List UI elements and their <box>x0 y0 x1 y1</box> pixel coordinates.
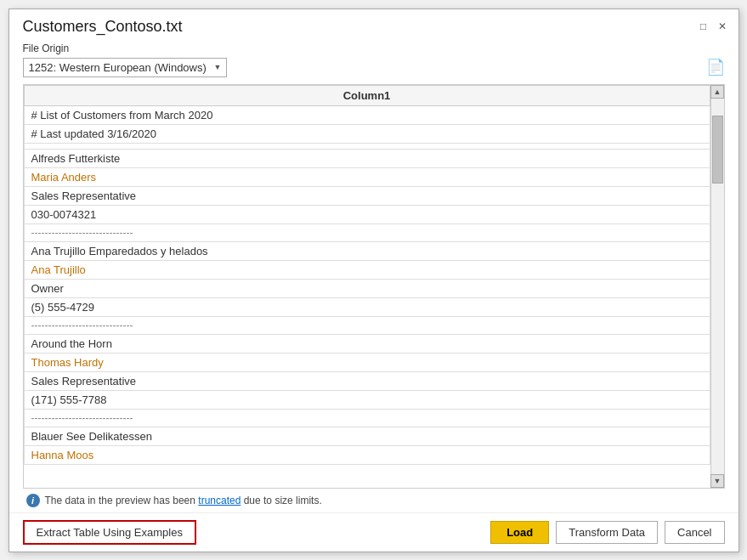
table-row: Ana Trujillo Emparedados y helados <box>24 241 710 260</box>
table-row: Hanna Moos <box>24 445 710 464</box>
table-cell: Around the Horn <box>24 334 710 353</box>
scroll-thumb[interactable] <box>712 116 723 184</box>
table-cell <box>24 143 710 149</box>
content-area: File Origin 1252: Western European (Wind… <box>9 41 739 512</box>
minimize-icon[interactable]: □ <box>698 20 710 32</box>
dialog-title: Customers_Contoso.txt <box>23 18 183 36</box>
table-row: Ana Trujillo <box>24 260 710 279</box>
table-row: (171) 555-7788 <box>24 390 710 409</box>
scroll-down-btn[interactable]: ▼ <box>710 474 724 488</box>
data-table: Column1 # List of Customers from March 2… <box>24 85 710 465</box>
file-origin-label: File Origin <box>23 42 725 54</box>
table-row: Blauer See Delikatessen <box>24 427 710 445</box>
table-cell: Ana Trujillo Emparedados y helados <box>24 241 710 260</box>
scrollbar[interactable]: ▲ ▼ <box>710 85 724 488</box>
table-cell: Hanna Moos <box>24 445 710 464</box>
file-document-icon: 📄 <box>706 58 725 76</box>
table-cell: Sales Representative <box>24 186 710 205</box>
table-cell: ------------------------------ <box>24 409 710 427</box>
data-table-container: Column1 # List of Customers from March 2… <box>23 84 725 489</box>
file-origin-row: 1252: Western European (Windows) 📄 <box>23 58 725 77</box>
table-cell: # List of Customers from March 2020 <box>24 105 710 124</box>
truncated-link[interactable]: truncated <box>198 495 241 506</box>
scroll-track[interactable] <box>711 99 724 474</box>
cancel-button[interactable]: Cancel <box>665 521 724 544</box>
table-row: Around the Horn <box>24 334 710 353</box>
table-row: ------------------------------ <box>24 409 710 427</box>
table-row: (5) 555-4729 <box>24 297 710 316</box>
load-button[interactable]: Load <box>490 521 549 544</box>
footer-right: Load Transform Data Cancel <box>490 521 724 544</box>
table-cell: Maria Anders <box>24 167 710 186</box>
table-row: ------------------------------ <box>24 223 710 241</box>
table-row: Sales Representative <box>24 371 710 390</box>
table-cell: Thomas Hardy <box>24 353 710 371</box>
info-icon: i <box>26 494 40 507</box>
truncation-text: The data in the preview has been truncat… <box>45 495 322 506</box>
title-bar: Customers_Contoso.txt □ ✕ <box>9 9 739 41</box>
table-row: Thomas Hardy <box>24 353 710 371</box>
table-row: Alfreds Futterkiste <box>24 149 710 167</box>
dialog: Customers_Contoso.txt □ ✕ File Origin 12… <box>8 8 739 552</box>
close-icon[interactable]: ✕ <box>716 20 728 32</box>
table-row <box>24 143 710 149</box>
table-cell: Alfreds Futterkiste <box>24 149 710 167</box>
table-cell: Owner <box>24 279 710 297</box>
table-row: Maria Anders <box>24 167 710 186</box>
table-cell: Sales Representative <box>24 371 710 390</box>
table-cell: (5) 555-4729 <box>24 297 710 316</box>
table-cell: 030-0074321 <box>24 205 710 223</box>
table-cell: (171) 555-7788 <box>24 390 710 409</box>
column-header: Column1 <box>24 85 710 105</box>
file-origin-select[interactable]: 1252: Western European (Windows) <box>23 58 227 77</box>
footer-left: Extract Table Using Examples <box>23 520 196 545</box>
table-row: # List of Customers from March 2020 <box>24 105 710 124</box>
table-row: # Last updated 3/16/2020 <box>24 124 710 143</box>
table-row: ------------------------------ <box>24 316 710 334</box>
table-row: Sales Representative <box>24 186 710 205</box>
scroll-up-btn[interactable]: ▲ <box>710 85 724 99</box>
extract-table-button[interactable]: Extract Table Using Examples <box>23 520 196 545</box>
transform-data-button[interactable]: Transform Data <box>556 521 658 544</box>
truncation-notice: i The data in the preview has been trunc… <box>23 489 725 512</box>
table-cell: Blauer See Delikatessen <box>24 427 710 445</box>
table-scroll-area[interactable]: Column1 # List of Customers from March 2… <box>24 85 710 488</box>
table-cell: ------------------------------ <box>24 316 710 334</box>
table-cell: Ana Trujillo <box>24 260 710 279</box>
table-cell: ------------------------------ <box>24 223 710 241</box>
table-row: Owner <box>24 279 710 297</box>
footer: Extract Table Using Examples Load Transf… <box>9 512 739 552</box>
table-row: 030-0074321 <box>24 205 710 223</box>
table-cell: # Last updated 3/16/2020 <box>24 124 710 143</box>
window-controls: □ ✕ <box>698 20 728 32</box>
file-origin-select-wrapper[interactable]: 1252: Western European (Windows) <box>23 58 227 77</box>
